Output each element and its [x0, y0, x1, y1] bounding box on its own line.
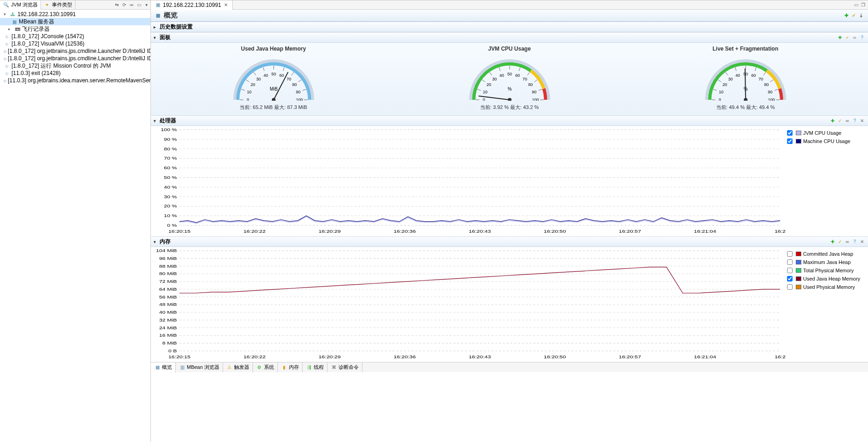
editor-tab[interactable]: ▦ 192.168.222.130:10991 ✕ — [151, 0, 233, 10]
svg-text:16:20:15: 16:20:15 — [168, 355, 190, 359]
legend-item[interactable]: Total Physical Memory — [785, 266, 865, 275]
left-view-tabs: 🔍 JVM 浏览器 ✦ 事件类型 ⇆ ⟳ ⫘ ▭ ▾ — [0, 0, 150, 10]
close-icon[interactable]: ✕ — [859, 239, 865, 245]
section-cpu[interactable]: ▾ 处理器 ✚ ✓ ∞ ? ✕ — [151, 115, 868, 126]
tree-jvm-item[interactable]: ⎋ [1.8.0_172] VisualVM (12536) — [0, 40, 150, 47]
config-icon[interactable]: ✓ — [837, 118, 843, 124]
config-icon[interactable]: ✓ — [837, 239, 843, 245]
editor-tab-label: 192.168.222.130:10991 — [163, 2, 221, 8]
svg-line-2 — [241, 89, 245, 90]
btab-mbean[interactable]: ▥ MBean 浏览器 — [176, 362, 223, 373]
svg-text:100: 100 — [296, 98, 303, 101]
svg-text:0: 0 — [247, 98, 249, 101]
minimize-icon[interactable]: ▭ — [136, 2, 142, 8]
add-icon[interactable]: ✚ — [843, 12, 850, 19]
legend-item[interactable]: Maximum Java Heap — [785, 258, 865, 266]
btab-threads[interactable]: ⇶ 线程 — [303, 362, 328, 373]
twisty-icon: ▾ — [154, 119, 158, 123]
jvm-node-icon: ⎋ — [4, 70, 10, 76]
tab-event-types[interactable]: ✦ 事件类型 — [41, 0, 75, 10]
legend-checkbox[interactable] — [787, 284, 793, 290]
reset-icon[interactable]: ✓ — [851, 12, 857, 19]
legend-checkbox[interactable] — [787, 251, 793, 257]
link-icon[interactable]: ∞ — [844, 118, 851, 124]
minimize-icon[interactable]: ▭ — [853, 2, 859, 8]
tree-jvm-item[interactable]: ⎋ [1.8.0_172] org.jetbrains.jps.cmdline.… — [0, 47, 150, 55]
legend-checkbox[interactable] — [787, 138, 793, 144]
gauge-title: Live Set + Fragmentation — [702, 46, 789, 52]
legend-item[interactable]: Used Java Heap Memory — [785, 275, 865, 283]
legend-checkbox[interactable] — [787, 259, 793, 265]
svg-line-58 — [735, 68, 736, 71]
legend-item[interactable]: JVM CPU Usage — [785, 129, 865, 137]
tree-recorder[interactable]: ▸ 📼 飞行记录器 — [0, 25, 150, 33]
tree-jvm-item[interactable]: ⎋ [1.8.0_172] JConsole (15472) — [0, 33, 150, 40]
svg-text:90: 90 — [532, 90, 536, 94]
help-icon[interactable]: ? — [851, 118, 858, 124]
section-history[interactable]: ▸ 历史数据设置 — [151, 22, 868, 32]
help-icon[interactable]: ? — [859, 34, 865, 41]
memory-chart: 0 B8 MiB16 MiB24 MiB32 MiB40 MiB48 MiB56… — [151, 247, 868, 362]
tree-root[interactable]: ▾ 🖧 192.168.222.130:10991 — [0, 11, 150, 18]
overview-icon: ▦ — [154, 364, 161, 371]
tree-jvm-item[interactable]: ⎋ [1.8.0_172] org.jetbrains.jps.cmdline.… — [0, 55, 150, 62]
section-memory[interactable]: ▾ 内存 ✚ ✓ ∞ ? ✕ — [151, 236, 868, 247]
svg-text:30: 30 — [256, 77, 261, 81]
svg-point-74 — [744, 98, 747, 101]
tree-mbean[interactable]: ▦ MBean 服务器 — [0, 18, 150, 25]
svg-text:90 %: 90 % — [164, 137, 177, 141]
link-icon[interactable]: ∞ — [851, 34, 858, 41]
tree-jvm-item[interactable]: ⎋ [1.8.0_172] 运行 Mission Control 的 JVM — [0, 62, 150, 69]
tree-jvm-item[interactable]: ⎋ [11.0.3] exit (21428) — [0, 69, 150, 77]
legend-checkbox[interactable] — [787, 130, 793, 136]
svg-text:100 %: 100 % — [161, 127, 177, 132]
btab-diag[interactable]: ⌘ 诊断命令 — [328, 362, 362, 373]
tree-label: [11.0.3] org.jetbrains.idea.maven.server… — [8, 77, 150, 84]
svg-text:20: 20 — [722, 82, 727, 87]
gauge-stats: 当前: 65.2 MiB 最大: 87.3 MiB — [230, 104, 317, 111]
legend-label: JVM CPU Usage — [803, 130, 841, 136]
svg-line-73 — [745, 69, 745, 100]
section-panel[interactable]: ▾ 面板 ✚ ✓ ∞ ? — [151, 32, 868, 43]
svg-text:16:20:29: 16:20:29 — [318, 355, 340, 359]
jvm-node-icon: ⎋ — [4, 48, 6, 54]
add-icon[interactable]: ✚ — [829, 118, 836, 124]
legend-item[interactable]: Committed Java Heap — [785, 250, 865, 258]
refresh-icon[interactable]: ⟳ — [121, 2, 127, 8]
expand-icon[interactable]: ▸ — [8, 27, 13, 31]
menu-icon[interactable]: ▾ — [143, 2, 149, 8]
restore-icon[interactable]: ❐ — [860, 2, 866, 8]
section-title: 处理器 — [160, 117, 176, 125]
tree-expand-icon[interactable]: ⇆ — [114, 2, 120, 8]
help-icon[interactable]: ? — [851, 239, 858, 245]
tree-label: [1.8.0_172] 运行 Mission Control 的 JVM — [11, 62, 111, 70]
legend-checkbox[interactable] — [787, 276, 793, 281]
close-icon[interactable]: ✕ — [223, 2, 229, 7]
svg-text:80 %: 80 % — [164, 146, 177, 151]
link-icon[interactable]: ⫘ — [128, 2, 135, 8]
legend-swatch — [796, 276, 801, 281]
legend-item[interactable]: Used Physical Memory — [785, 283, 865, 291]
btab-memory[interactable]: ▮ 内存 — [278, 362, 303, 373]
add-icon[interactable]: ✚ — [837, 34, 843, 41]
tab-jvm-browser[interactable]: 🔍 JVM 浏览器 — [0, 0, 41, 10]
legend-checkbox[interactable] — [787, 268, 793, 273]
svg-text:70: 70 — [522, 77, 527, 81]
cpu-legend: JVM CPU UsageMachine CPU Usage — [785, 126, 868, 236]
svg-point-24 — [272, 98, 276, 101]
legend-item[interactable]: Machine CPU Usage — [785, 137, 865, 145]
export-icon[interactable]: ⤓ — [858, 12, 864, 19]
browser-icon: ▥ — [179, 364, 185, 371]
btab-label: 系统 — [264, 364, 274, 371]
legend-swatch — [796, 260, 801, 264]
btab-system[interactable]: ⚙ 系统 — [253, 362, 278, 373]
add-icon[interactable]: ✚ — [829, 239, 836, 245]
config-icon[interactable]: ✓ — [844, 34, 851, 41]
tree-jvm-item[interactable]: ⎋ [11.0.3] org.jetbrains.idea.maven.serv… — [0, 77, 150, 84]
link-icon[interactable]: ∞ — [844, 239, 851, 245]
expand-icon[interactable]: ▾ — [4, 12, 8, 17]
btab-overview[interactable]: ▦ 概览 — [151, 362, 176, 373]
close-icon[interactable]: ✕ — [859, 118, 865, 124]
system-icon: ⚙ — [256, 364, 263, 371]
btab-triggers[interactable]: ⚠ 触发器 — [223, 362, 253, 373]
